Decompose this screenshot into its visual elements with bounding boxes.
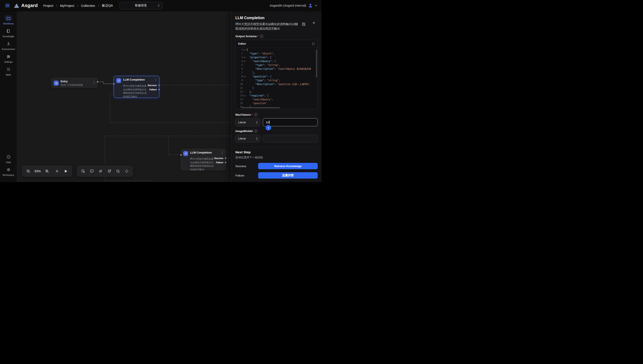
code-line[interactable]: 14 "searchQuery",	[236, 98, 318, 102]
code-text: },	[246, 90, 252, 94]
code-line[interactable]: 10 "description": "question 以第一人稱問句	[236, 82, 318, 86]
next-step-failure-row: Failure 流量控管	[236, 172, 318, 178]
zoom-out-button[interactable]	[24, 167, 32, 175]
imageblobid-input[interactable]	[263, 135, 318, 142]
navigator-button[interactable]	[123, 167, 131, 175]
code-line[interactable]: 2 "type": "object",	[236, 52, 318, 56]
code-editor-body[interactable]: 1{2 "type": "object",3 "properties": {4 …	[236, 48, 318, 109]
editor-vertical-scrollbar[interactable]	[316, 49, 317, 78]
fold-chevron-icon[interactable]	[243, 56, 246, 59]
retrieve-knowledge-button[interactable]: Retrieve Knowledge	[258, 163, 318, 169]
maxtokens-mode-select[interactable]: Literal	[236, 118, 260, 126]
node-llm-completion-2[interactable]: LLM Completion ⋮ 呼叫大型語言模型並產生結構化的資料輸出以輔助流…	[181, 149, 226, 170]
info-icon[interactable]: i	[254, 129, 258, 133]
editor-horizontal-scrollbar[interactable]	[242, 107, 280, 108]
code-line[interactable]: 3 "properties": {	[236, 56, 318, 59]
panel-title: LLM Completion	[236, 16, 318, 20]
info-icon[interactable]: i	[254, 113, 258, 116]
code-text: "type": "object",	[246, 52, 274, 56]
input-port[interactable]	[113, 83, 114, 84]
fold-chevron-icon[interactable]	[243, 75, 246, 78]
sidebar-item-environment[interactable]: Environment	[0, 41, 17, 50]
breadcrumb-myproject[interactable]: MyProject	[60, 4, 74, 8]
line-number: 3	[236, 56, 243, 59]
orbit-button[interactable]	[105, 167, 113, 175]
node-entry[interactable]: Entry Node: 工作流程的起點 ⋮	[51, 78, 98, 88]
ai-assist-badge[interactable]	[266, 125, 271, 130]
line-number: 6	[236, 67, 243, 71]
environment-selector[interactable]: 客服情境	[119, 2, 162, 9]
next-step-success-row: Success Retrieve Knowledge	[236, 163, 318, 169]
sidebar-item-settings[interactable]: Settings	[0, 54, 17, 63]
code-text: "required": [	[246, 94, 268, 98]
failure-port[interactable]	[225, 162, 226, 163]
failure-label: Failure	[236, 174, 258, 177]
flow-control-button[interactable]: 流量控管	[258, 172, 318, 178]
help-icon: ?	[5, 154, 12, 160]
code-line[interactable]: 5 "type": "string",	[236, 63, 318, 67]
left-sidebar: Workflows Knowledge Environment	[0, 11, 17, 182]
code-line[interactable]: 13 "required": [	[236, 94, 318, 98]
code-line[interactable]: 8 "question": {	[236, 75, 318, 78]
imageblobid-mode-select[interactable]: Literal	[236, 134, 260, 142]
line-number: 12	[236, 90, 243, 94]
code-line[interactable]: 9 "type": "string",	[236, 78, 318, 82]
close-icon[interactable]: ×	[312, 20, 315, 25]
hamburger-menu-icon[interactable]	[4, 2, 11, 9]
fold-chevron-icon[interactable]	[243, 94, 246, 98]
expand-icon[interactable]	[312, 42, 315, 45]
next-step-title: Next Step	[236, 150, 318, 154]
node-menu-icon[interactable]: ⋮	[154, 78, 157, 81]
fold-chevron-icon[interactable]	[243, 48, 246, 52]
code-line[interactable]: 11 }	[236, 86, 318, 90]
node-title: LLM Completion	[190, 151, 212, 154]
sidebar-item-label: Settings	[4, 60, 13, 63]
sidebar-item-workflows[interactable]: Workflows	[0, 15, 17, 25]
failure-port[interactable]	[158, 89, 160, 90]
fold-chevron-icon[interactable]	[243, 59, 246, 63]
apps-grid-icon	[5, 66, 12, 72]
sidebar-item-apps[interactable]: Apps	[0, 66, 17, 76]
save-icon[interactable]	[302, 22, 306, 26]
sidebar-item-help[interactable]: ? Help	[0, 154, 17, 164]
code-line[interactable]: 7 },	[236, 71, 318, 75]
account-menu[interactable]: AsgardAI (Asgard Internal)	[270, 3, 317, 8]
node-menu-icon[interactable]: ⋮	[92, 81, 96, 84]
add-button[interactable]	[53, 167, 61, 175]
text-caret	[269, 120, 270, 124]
node-llm-completion-1[interactable]: LLM Completion ⋮ 呼叫大型語言模型並產生結構化的資料輸出以輔助流…	[114, 76, 159, 98]
editor-header: Editor	[236, 40, 318, 48]
line-number: 14	[236, 98, 243, 102]
imageblobid-row: Literal	[236, 134, 318, 142]
workflows-folder-icon	[5, 15, 12, 21]
search-button[interactable]	[114, 167, 122, 175]
success-port[interactable]	[225, 158, 226, 159]
sidebar-item-knowledge[interactable]: Knowledge	[0, 28, 17, 38]
output-port[interactable]	[97, 81, 98, 82]
node-menu-icon[interactable]: ⋮	[220, 151, 224, 154]
breadcrumb-collection[interactable]: Collection	[81, 4, 95, 8]
code-text: {	[246, 48, 248, 52]
code-line[interactable]: 15 "question"	[236, 102, 318, 105]
code-line[interactable]: 4 "searchQuery": {	[236, 59, 318, 63]
breadcrumb-project[interactable]: Project	[44, 4, 53, 8]
sidebar-item-workspace[interactable]: Workspace	[0, 167, 17, 176]
zoom-in-button[interactable]	[43, 167, 51, 175]
comment-button[interactable]	[88, 167, 96, 175]
code-line[interactable]: 1{	[236, 48, 318, 52]
fold-spacer	[243, 98, 246, 102]
input-port[interactable]	[180, 154, 182, 156]
maxtokens-input[interactable]: 10	[263, 118, 318, 126]
add-node-button[interactable]	[79, 167, 87, 175]
breadcrumb-separator: /	[77, 4, 78, 8]
run-button[interactable]	[62, 167, 70, 175]
line-number: 5	[236, 63, 243, 67]
swap-arrows-button[interactable]	[96, 167, 104, 175]
success-port[interactable]	[158, 84, 160, 86]
line-number: 1	[236, 48, 243, 52]
code-line[interactable]: 12 },	[236, 90, 318, 94]
maxtokens-label: MaxTokens	[236, 113, 251, 116]
info-icon[interactable]: i	[260, 34, 263, 38]
breadcrumb-current[interactable]: 飯店QA	[102, 4, 113, 8]
code-line[interactable]: 6 "description": "searchQuery 是你經過思考	[236, 67, 318, 71]
